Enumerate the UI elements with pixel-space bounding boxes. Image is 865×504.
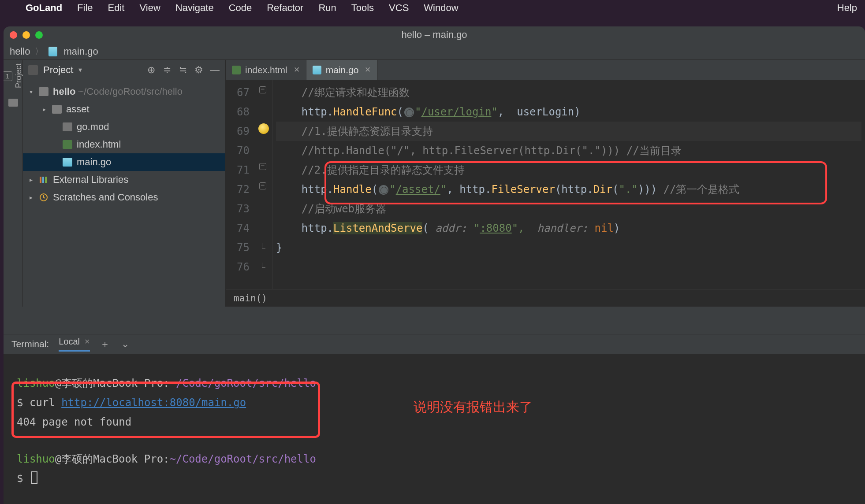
html-file-icon [232, 66, 241, 74]
code-text: //绑定请求和处理函数 [302, 86, 410, 99]
project-toolwindow-label[interactable]: Project [14, 63, 23, 91]
tab-label: main.go [326, 65, 359, 75]
code-body[interactable]: //绑定请求和处理函数 http.HandleFunc("/user/login… [272, 80, 865, 289]
tree-twistie-closed-icon[interactable]: ▸ [27, 194, 34, 201]
svg-rect-0 [40, 177, 41, 183]
code-text: //启动web服务器 [302, 203, 386, 215]
go-file-icon [48, 47, 57, 56]
gear-icon[interactable]: ⚙ [194, 65, 204, 75]
fold-end-icon [262, 243, 265, 248]
tree-twistie-closed-icon[interactable]: ▸ [27, 176, 34, 183]
project-view-icon [28, 65, 38, 75]
menu-tools[interactable]: Tools [351, 2, 374, 14]
tree-label: External Libraries [53, 174, 128, 185]
hide-panel-icon[interactable]: — [209, 65, 220, 75]
window-title: hello – main.go [4, 29, 865, 41]
chevron-down-icon[interactable]: ▾ [78, 66, 82, 74]
tree-external-libraries[interactable]: ▸ External Libraries [23, 171, 225, 189]
project-tree: ▾ hello~/Code/goRoot/src/hello ▸ asset g… [23, 80, 225, 209]
editor-tabs: index.html ✕ main.go ✕ [226, 60, 865, 80]
close-icon[interactable]: ✕ [84, 337, 90, 346]
scratches-icon [39, 193, 48, 202]
tab-main-go[interactable]: main.go ✕ [306, 60, 378, 80]
tree-project-path: ~/Code/goRoot/src/hello [78, 86, 183, 97]
code-text: //http.Handle("/", http.FileServer(http.… [302, 145, 682, 157]
terminal-header: Terminal: Local ✕ ＋ ⌄ [4, 334, 865, 354]
collapse-all-icon[interactable]: ≒ [178, 65, 188, 75]
tree-label: index.html [77, 139, 121, 150]
terminal-tab-label: Local [59, 337, 80, 347]
project-panel: Project ▾ ⊕ ≑ ≒ ⚙ — ▾ hello~/Code/goRoot… [23, 60, 226, 307]
terminal-tab-local[interactable]: Local ✕ [59, 337, 90, 352]
intention-bulb-icon[interactable] [258, 123, 269, 134]
tree-label: Scratches and Consoles [53, 192, 158, 203]
expand-all-icon[interactable]: ≑ [162, 65, 172, 75]
menu-navigate[interactable]: Navigate [175, 2, 214, 14]
code-text: } [276, 241, 282, 254]
code-area[interactable]: 67686970717273747576 //绑定请求和处理函数 http.Ha… [226, 80, 865, 289]
gutter [255, 80, 272, 289]
chevron-down-icon[interactable]: ⌄ [120, 339, 130, 349]
navigation-bar: hello 〉 main.go [4, 43, 865, 60]
menu-app[interactable]: GoLand [26, 2, 62, 14]
menu-code[interactable]: Code [229, 2, 252, 14]
globe-icon [404, 107, 414, 117]
tree-label: main.go [77, 156, 111, 168]
project-view-label[interactable]: Project [43, 64, 73, 76]
project-toolbar: Project ▾ ⊕ ≑ ≒ ⚙ — [23, 60, 225, 80]
svg-rect-1 [42, 177, 44, 183]
menu-run[interactable]: Run [318, 2, 336, 14]
locate-file-icon[interactable]: ⊕ [146, 65, 157, 75]
folder-icon [39, 87, 48, 96]
menu-window[interactable]: Window [424, 2, 458, 14]
breadcrumb-label: main() [234, 293, 267, 304]
fold-end-icon [262, 263, 265, 268]
menu-help[interactable]: Help [837, 2, 857, 14]
text-cursor [31, 471, 37, 484]
tree-folder-asset[interactable]: ▸ asset [23, 100, 225, 118]
menu-refactor[interactable]: Refactor [267, 2, 303, 14]
ide-window: hello – main.go hello 〉 main.go 1 Projec… [4, 26, 865, 504]
line-numbers: 67686970717273747576 [226, 80, 255, 289]
terminal-panel: Terminal: Local ✕ ＋ ⌄ lishuo@李硕的MacBook … [4, 334, 865, 504]
file-icon [63, 122, 72, 131]
menu-file[interactable]: File [77, 2, 93, 14]
tree-file-gomod[interactable]: go.mod [23, 118, 225, 136]
fold-marker-icon[interactable] [259, 86, 266, 93]
fold-marker-icon[interactable] [259, 163, 266, 170]
editor: index.html ✕ main.go ✕ 67686970717273747… [226, 60, 865, 307]
tab-label: index.html [245, 65, 287, 75]
tree-twistie-open-icon[interactable]: ▾ [27, 88, 34, 95]
tree-project-name: hello [53, 86, 75, 97]
tab-index-html[interactable]: index.html ✕ [226, 60, 306, 80]
folder-icon [52, 105, 62, 114]
menu-vcs[interactable]: VCS [389, 2, 409, 14]
titlebar: hello – main.go [4, 26, 865, 43]
editor-breadcrumb[interactable]: main() [226, 289, 865, 307]
crumb-project[interactable]: hello [10, 46, 30, 57]
tree-label: go.mod [77, 121, 109, 133]
tree-file-maingo[interactable]: main.go [23, 153, 225, 171]
terminal-body[interactable]: lishuo@李硕的MacBook Pro:~/Code/goRoot/src/… [4, 354, 865, 504]
tree-twistie-closed-icon[interactable]: ▸ [41, 106, 48, 113]
fold-marker-icon[interactable] [259, 182, 266, 189]
annotation-text: 说明没有报错出来了 [414, 398, 533, 416]
annotation-box [11, 382, 320, 438]
go-file-icon [63, 158, 72, 167]
structure-tool-icon[interactable] [8, 99, 18, 107]
code-text: //1.提供静态资源目录支持 [302, 125, 433, 137]
crumb-file[interactable]: main.go [63, 46, 98, 57]
menu-view[interactable]: View [139, 2, 160, 14]
close-icon[interactable]: ✕ [365, 65, 371, 74]
tree-file-indexhtml[interactable]: index.html [23, 136, 225, 153]
tree-scratches[interactable]: ▸ Scratches and Consoles [23, 189, 225, 206]
annotation-box [324, 161, 827, 204]
tree-project-root[interactable]: ▾ hello~/Code/goRoot/src/hello [23, 83, 225, 100]
go-file-icon [313, 66, 321, 74]
menu-edit[interactable]: Edit [108, 2, 125, 14]
close-icon[interactable]: ✕ [294, 65, 300, 74]
macos-menubar: GoLand File Edit View Navigate Code Refa… [0, 0, 865, 15]
terminal-title: Terminal: [11, 339, 49, 349]
add-terminal-icon[interactable]: ＋ [100, 339, 110, 349]
chevron-right-icon: 〉 [34, 45, 44, 58]
